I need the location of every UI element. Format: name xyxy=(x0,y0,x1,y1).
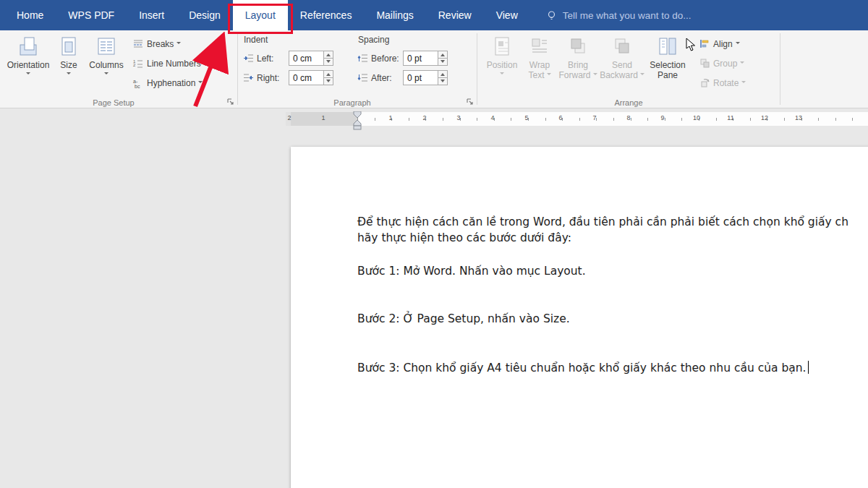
tell-me-box[interactable]: Tell me what you want to do... xyxy=(546,0,692,30)
spacing-after-value: 0 pt xyxy=(407,73,422,83)
indent-right-stepper[interactable] xyxy=(323,71,333,85)
paragraph-dialog-launcher-icon[interactable] xyxy=(466,98,475,106)
spacing-after-input[interactable]: 0 pt xyxy=(403,70,448,85)
align-caret-icon xyxy=(736,42,740,46)
group-arrange: Position Wrap Text Bring Forward Send Ba… xyxy=(477,30,780,108)
send-backward-button[interactable]: Send Backward xyxy=(599,33,645,97)
ruler-ticks xyxy=(357,118,868,121)
align-label: Align xyxy=(713,39,733,49)
stepper-up-icon[interactable] xyxy=(438,71,447,77)
group-icon xyxy=(699,58,710,69)
bring-forward-caret-icon xyxy=(593,73,597,77)
tab-references[interactable]: References xyxy=(288,0,365,30)
breaks-button[interactable]: Breaks xyxy=(130,34,210,53)
indent-right-input[interactable]: 0 cm xyxy=(289,70,333,85)
ruler-number: 2 xyxy=(287,114,291,121)
stepper-up-icon[interactable] xyxy=(324,71,333,77)
group-paragraph: Indent Left: 0 cm Right: 0 cm xyxy=(238,30,477,108)
bring-forward-label-line2: Forward xyxy=(559,70,591,80)
rotate-icon xyxy=(699,77,710,88)
indent-column: Indent Left: 0 cm Right: 0 cm xyxy=(242,33,357,97)
stepper-down-icon[interactable] xyxy=(324,58,333,65)
paragraph-step1: Bước 1: Mở Word. Nhấn vào mục Layout. xyxy=(357,265,586,278)
paragraph-group-label: Paragraph xyxy=(238,98,467,107)
indent-left-row: Left: 0 cm xyxy=(242,51,357,66)
line-numbers-button[interactable]: 12 Line Numbers xyxy=(130,53,210,73)
spacing-heading: Spacing xyxy=(358,35,472,45)
position-button[interactable]: Position xyxy=(482,33,522,97)
selection-pane-icon xyxy=(658,35,678,58)
tab-insert[interactable]: Insert xyxy=(127,0,176,30)
stepper-up-icon[interactable] xyxy=(324,51,333,58)
paragraph-intro-line2: hãy thực hiện theo các bước dưới đây: xyxy=(357,231,571,244)
indent-left-value: 0 cm xyxy=(293,53,312,64)
arrange-small-buttons: Align Group Rotate xyxy=(697,33,748,97)
align-button[interactable]: Align xyxy=(697,34,748,53)
indent-left-stepper[interactable] xyxy=(323,51,333,65)
wrap-text-caret-icon xyxy=(547,73,551,77)
tab-mailings[interactable]: Mailings xyxy=(364,0,425,30)
svg-text:a-: a- xyxy=(133,79,138,84)
position-icon xyxy=(492,35,512,58)
hyphenation-icon: a-bc xyxy=(132,77,144,89)
spacing-after-stepper[interactable] xyxy=(438,71,447,85)
stepper-down-icon[interactable] xyxy=(324,77,333,85)
horizontal-ruler[interactable]: 2 1 1 2 3 4 5 6 7 8 9 10 11 12 13 xyxy=(286,112,868,126)
wrap-text-label-line1: Wrap xyxy=(529,60,550,70)
ruler-number: 7 xyxy=(592,114,596,121)
spacing-before-input[interactable]: 0 pt xyxy=(403,51,448,66)
stepper-down-icon[interactable] xyxy=(438,58,447,65)
indent-right-label: Right: xyxy=(257,73,289,83)
tab-layout[interactable]: Layout xyxy=(233,0,288,30)
bring-forward-button[interactable]: Bring Forward xyxy=(557,33,599,97)
page-setup-dialog-launcher-icon[interactable] xyxy=(226,98,235,106)
document-area[interactable]: Để thực hiện cách căn lề trong Word, đầu… xyxy=(0,108,868,488)
indent-left-input[interactable]: 0 cm xyxy=(289,51,333,66)
group-separator xyxy=(780,33,780,105)
columns-label: Columns xyxy=(89,60,123,70)
ruler-number: 3 xyxy=(456,114,460,121)
paragraph-intro-line1: Để thực hiện cách căn lề trong Word, đầu… xyxy=(357,215,848,228)
indent-left-icon xyxy=(242,53,255,64)
ruler-number: 2 xyxy=(422,114,426,121)
bring-forward-icon xyxy=(568,35,588,58)
group-caret-icon xyxy=(740,61,744,66)
paragraph-step3: Bước 3: Chọn khổ giấy A4 tiêu chuẩn hoặc… xyxy=(357,361,809,374)
indent-right-icon xyxy=(242,72,255,83)
wrap-text-button[interactable]: Wrap Text xyxy=(522,33,557,97)
orientation-caret-icon xyxy=(26,72,30,77)
group-button[interactable]: Group xyxy=(697,53,748,73)
selection-pane-button[interactable]: Selection Pane xyxy=(645,33,690,97)
columns-button[interactable]: Columns xyxy=(85,33,127,97)
size-button[interactable]: Size xyxy=(52,33,85,97)
spacing-column: Spacing Before: 0 pt After: 0 pt xyxy=(357,33,472,97)
spacing-after-row: After: 0 pt xyxy=(357,70,472,85)
svg-text:2: 2 xyxy=(133,63,136,67)
position-label: Position xyxy=(487,60,518,70)
tab-home[interactable]: Home xyxy=(4,0,56,30)
menu-bar: Home WPS PDF Insert Design Layout Refere… xyxy=(0,0,868,30)
indent-heading: Indent xyxy=(244,35,357,45)
ruler-number: 4 xyxy=(490,114,494,121)
ruler-number: 5 xyxy=(524,114,528,121)
size-label: Size xyxy=(60,60,77,70)
indent-left-label: Left: xyxy=(257,53,289,64)
indent-marker-handle[interactable] xyxy=(352,111,362,131)
rotate-label: Rotate xyxy=(713,78,739,88)
spacing-before-stepper[interactable] xyxy=(438,51,447,65)
document-page[interactable]: Để thực hiện cách căn lề trong Word, đầu… xyxy=(291,147,868,488)
stepper-up-icon[interactable] xyxy=(438,51,447,58)
page-setup-group-label: Page Setup xyxy=(0,98,227,107)
hyphenation-button[interactable]: a-bc Hyphenation xyxy=(130,73,210,93)
send-backward-label-line2: Backward xyxy=(600,70,638,80)
orientation-button[interactable]: Orientation xyxy=(4,33,52,97)
line-numbers-caret-icon xyxy=(204,61,208,66)
tab-wps-pdf[interactable]: WPS PDF xyxy=(56,0,127,30)
tab-design[interactable]: Design xyxy=(176,0,233,30)
tab-review[interactable]: Review xyxy=(426,0,484,30)
ruler-number: 8 xyxy=(626,114,630,121)
stepper-down-icon[interactable] xyxy=(438,77,447,85)
rotate-button[interactable]: Rotate xyxy=(697,73,748,93)
ribbon: Orientation Size Columns Breaks xyxy=(0,30,868,108)
tab-view[interactable]: View xyxy=(484,0,530,30)
